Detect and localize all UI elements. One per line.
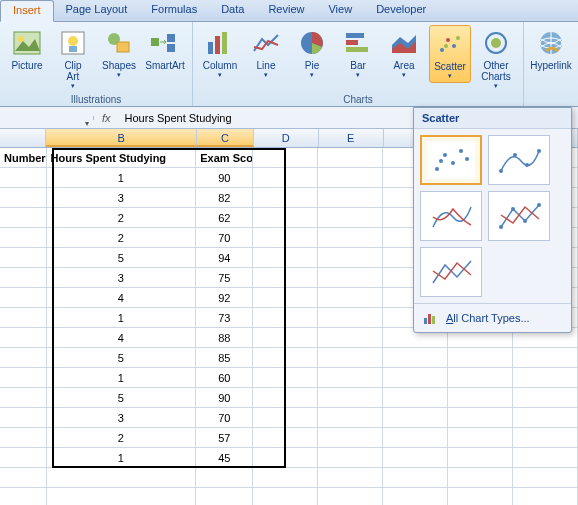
col-header-b[interactable]: B xyxy=(46,129,197,147)
cell-c-header[interactable]: Exam Score xyxy=(196,148,253,168)
other-charts-button[interactable]: Other Charts xyxy=(475,25,517,92)
cell[interactable] xyxy=(47,488,197,505)
cell[interactable] xyxy=(318,328,383,348)
cell[interactable] xyxy=(318,268,383,288)
name-box[interactable] xyxy=(0,116,94,120)
cell[interactable] xyxy=(318,228,383,248)
cell-score[interactable]: 60 xyxy=(196,368,253,388)
cell-hours[interactable]: 1 xyxy=(47,368,197,388)
cell[interactable] xyxy=(0,328,47,348)
scatter-straight-lines[interactable] xyxy=(420,247,482,297)
tab-page-layout[interactable]: Page Layout xyxy=(54,0,140,21)
cell[interactable] xyxy=(253,148,318,168)
cell[interactable] xyxy=(253,488,318,505)
cell[interactable] xyxy=(318,148,383,168)
cell[interactable] xyxy=(448,448,513,468)
cell[interactable] xyxy=(318,348,383,368)
cell-score[interactable]: 82 xyxy=(196,188,253,208)
cell[interactable] xyxy=(0,348,47,368)
cell[interactable] xyxy=(513,428,578,448)
cell[interactable] xyxy=(0,488,47,505)
cell[interactable] xyxy=(448,388,513,408)
cell-hours[interactable]: 2 xyxy=(47,428,197,448)
bar-chart-button[interactable]: Bar xyxy=(337,25,379,81)
cell[interactable] xyxy=(513,388,578,408)
cell[interactable] xyxy=(253,268,318,288)
cell-score[interactable]: 62 xyxy=(196,208,253,228)
cell[interactable] xyxy=(0,448,47,468)
cell[interactable] xyxy=(196,488,253,505)
cell[interactable] xyxy=(253,348,318,368)
tab-insert[interactable]: Insert xyxy=(0,0,54,22)
cell[interactable] xyxy=(318,468,383,488)
cell-score[interactable]: 90 xyxy=(196,388,253,408)
cell[interactable] xyxy=(253,448,318,468)
cell[interactable] xyxy=(253,468,318,488)
cell[interactable] xyxy=(0,388,47,408)
cell[interactable] xyxy=(448,408,513,428)
cell-hours[interactable]: 3 xyxy=(47,188,197,208)
scatter-smooth-markers[interactable] xyxy=(488,135,550,185)
cell[interactable] xyxy=(47,468,197,488)
cell[interactable] xyxy=(513,488,578,505)
cell-score[interactable]: 70 xyxy=(196,408,253,428)
cell[interactable] xyxy=(0,288,47,308)
cell[interactable] xyxy=(253,228,318,248)
area-chart-button[interactable]: Area xyxy=(383,25,425,81)
cell[interactable] xyxy=(196,468,253,488)
cell-score[interactable]: 45 xyxy=(196,448,253,468)
cell[interactable] xyxy=(253,328,318,348)
cell-hours[interactable]: 1 xyxy=(47,448,197,468)
cell-hours[interactable]: 5 xyxy=(47,388,197,408)
all-chart-types[interactable]: AAll Chart Types...ll Chart Types... xyxy=(414,303,571,332)
cell[interactable] xyxy=(253,428,318,448)
cell[interactable] xyxy=(318,388,383,408)
cell-score[interactable]: 85 xyxy=(196,348,253,368)
cell[interactable] xyxy=(448,428,513,448)
cell[interactable] xyxy=(383,428,448,448)
cell[interactable] xyxy=(513,448,578,468)
cell[interactable] xyxy=(383,348,448,368)
cell[interactable] xyxy=(253,248,318,268)
cell-hours[interactable]: 4 xyxy=(47,288,197,308)
clipart-button[interactable]: Clip Art xyxy=(52,25,94,92)
cell[interactable] xyxy=(253,408,318,428)
cell[interactable] xyxy=(383,368,448,388)
cell[interactable] xyxy=(318,288,383,308)
cell[interactable] xyxy=(253,308,318,328)
tab-formulas[interactable]: Formulas xyxy=(139,0,209,21)
scatter-chart-button[interactable]: Scatter xyxy=(429,25,471,83)
pie-chart-button[interactable]: Pie xyxy=(291,25,333,81)
cell[interactable] xyxy=(0,188,47,208)
picture-button[interactable]: Picture xyxy=(6,25,48,73)
cell-score[interactable]: 90 xyxy=(196,168,253,188)
cell-hours[interactable]: 2 xyxy=(47,228,197,248)
cell[interactable] xyxy=(383,388,448,408)
cell[interactable] xyxy=(318,448,383,468)
tab-view[interactable]: View xyxy=(316,0,364,21)
cell[interactable] xyxy=(253,388,318,408)
cell[interactable] xyxy=(0,308,47,328)
cell[interactable] xyxy=(318,168,383,188)
cell[interactable] xyxy=(0,228,47,248)
cell[interactable] xyxy=(383,408,448,428)
cell[interactable] xyxy=(513,348,578,368)
cell[interactable] xyxy=(318,408,383,428)
cell[interactable] xyxy=(318,488,383,505)
cell-hours[interactable]: 4 xyxy=(47,328,197,348)
tab-data[interactable]: Data xyxy=(209,0,256,21)
cell[interactable] xyxy=(253,368,318,388)
shapes-button[interactable]: Shapes xyxy=(98,25,140,81)
scatter-smooth-lines[interactable] xyxy=(420,191,482,241)
cell-score[interactable]: 75 xyxy=(196,268,253,288)
cell[interactable] xyxy=(448,468,513,488)
cell[interactable] xyxy=(0,168,47,188)
cell[interactable] xyxy=(0,268,47,288)
col-header-c[interactable]: C xyxy=(197,129,254,147)
cell-hours[interactable]: 3 xyxy=(47,408,197,428)
cell[interactable] xyxy=(0,208,47,228)
cell[interactable] xyxy=(513,468,578,488)
cell[interactable] xyxy=(253,168,318,188)
cell-score[interactable]: 70 xyxy=(196,228,253,248)
cell[interactable] xyxy=(0,248,47,268)
